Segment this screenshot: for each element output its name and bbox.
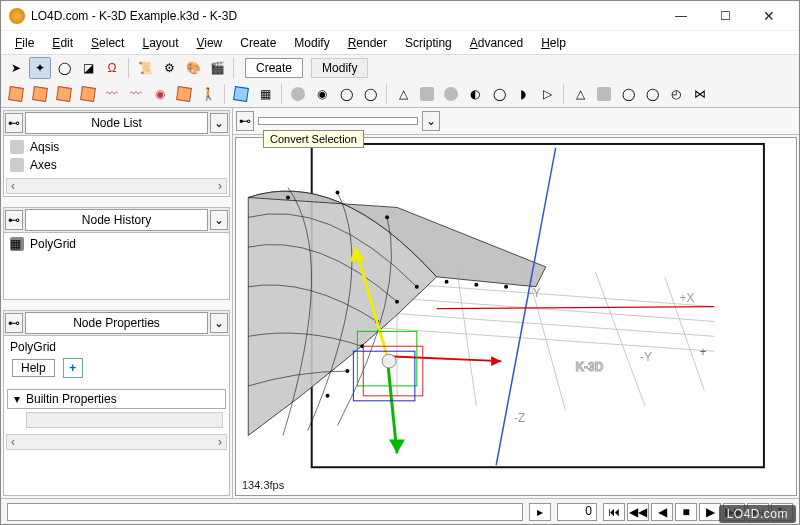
- menu-bar: File Edit Select Layout View Create Modi…: [1, 31, 799, 55]
- status-message: [7, 503, 523, 521]
- svg-text:+: +: [699, 345, 706, 359]
- prim-cube5[interactable]: [173, 83, 195, 105]
- svg-point-18: [326, 394, 330, 398]
- magnet-tool-icon[interactable]: Ω: [101, 57, 123, 79]
- prim-grid[interactable]: ▦: [254, 83, 276, 105]
- section-label: Builtin Properties: [26, 392, 117, 406]
- tab-modify[interactable]: Modify: [311, 58, 368, 78]
- list-item[interactable]: ▦ PolyGrid: [6, 235, 227, 253]
- grid-icon: ▦: [10, 237, 24, 251]
- list-item[interactable]: Aqsis: [6, 138, 227, 156]
- prim-dot[interactable]: ◉: [311, 83, 333, 105]
- prim-ring2[interactable]: ◯: [641, 83, 663, 105]
- cog-icon[interactable]: ⚙: [158, 57, 180, 79]
- stepper-down[interactable]: ▸: [529, 503, 551, 521]
- panel-title-node-list[interactable]: Node List: [25, 112, 208, 134]
- scrollbar-horizontal[interactable]: ‹›: [6, 434, 227, 450]
- animate-icon[interactable]: 🎬: [206, 57, 228, 79]
- minimize-button[interactable]: —: [659, 2, 703, 30]
- rotate-tool-icon[interactable]: ◯: [53, 57, 75, 79]
- prim-cube-b[interactable]: [230, 83, 252, 105]
- prim-cube1[interactable]: [5, 83, 27, 105]
- toolbar-primitives-row: 〰 〰 ◉ 🚶 ▦ ◉ ◯ ◯ △ ◐ ◯ ◗ ▷ △ ◯ ◯ ◴ ⋈: [1, 81, 799, 107]
- play-button[interactable]: ▶: [699, 503, 721, 521]
- menu-advanced[interactable]: Advanced: [462, 34, 531, 52]
- panel-title-node-history[interactable]: Node History: [25, 209, 208, 231]
- render-icon[interactable]: 🎨: [182, 57, 204, 79]
- move-tool-icon[interactable]: ✦: [29, 57, 51, 79]
- menu-create[interactable]: Create: [232, 34, 284, 52]
- prim-cone[interactable]: △: [392, 83, 414, 105]
- menu-view[interactable]: View: [188, 34, 230, 52]
- panel-node-history: ⊷ Node History ⌄ ▦ PolyGrid: [3, 207, 230, 300]
- chevron-down-icon[interactable]: ⌄: [210, 113, 228, 133]
- svg-point-12: [385, 215, 389, 219]
- panel-title-node-props[interactable]: Node Properties: [25, 312, 208, 334]
- help-button[interactable]: Help: [12, 359, 55, 377]
- prim-cylinder[interactable]: [416, 83, 438, 105]
- tab-create[interactable]: Create: [245, 58, 303, 78]
- pointer-tool-icon[interactable]: ➤: [5, 57, 27, 79]
- maximize-button[interactable]: ☐: [703, 2, 747, 30]
- node-list-item-label: Axes: [30, 158, 57, 172]
- menu-render[interactable]: Render: [340, 34, 395, 52]
- pin-icon[interactable]: ⊷: [5, 113, 23, 133]
- prim-cube4[interactable]: [77, 83, 99, 105]
- scrollbar-horizontal[interactable]: ‹›: [6, 178, 227, 194]
- menu-file[interactable]: File: [7, 34, 42, 52]
- prim-play[interactable]: ▷: [536, 83, 558, 105]
- prim-bowtie[interactable]: ⋈: [689, 83, 711, 105]
- list-item[interactable]: Axes: [6, 156, 227, 174]
- viewport-dropdown[interactable]: [258, 117, 418, 125]
- pin-icon[interactable]: ⊷: [5, 210, 23, 230]
- close-button[interactable]: ✕: [747, 2, 791, 30]
- prim-hemi[interactable]: ◗: [512, 83, 534, 105]
- chevron-down-icon[interactable]: ⌄: [210, 313, 228, 333]
- prim-curve2[interactable]: 〰: [125, 83, 147, 105]
- chevron-down-icon[interactable]: ⌄: [422, 111, 440, 131]
- pin-icon[interactable]: ⊷: [5, 313, 23, 333]
- menu-layout[interactable]: Layout: [134, 34, 186, 52]
- node-list-item-label: Aqsis: [30, 140, 59, 154]
- prim-human[interactable]: 🚶: [197, 83, 219, 105]
- node-icon: [10, 140, 24, 154]
- node-history-item-label: PolyGrid: [30, 237, 76, 251]
- prim-cyl2[interactable]: [593, 83, 615, 105]
- scale-tool-icon[interactable]: ◪: [77, 57, 99, 79]
- toolbars: ➤ ✦ ◯ ◪ Ω 📜 ⚙ 🎨 🎬 Create Modify 〰 〰 ◉ 🚶 …: [1, 55, 799, 108]
- prim-curve1[interactable]: 〰: [101, 83, 123, 105]
- prim-torus2[interactable]: ◯: [359, 83, 381, 105]
- add-button[interactable]: +: [63, 358, 83, 378]
- svg-point-31: [382, 354, 396, 368]
- panel-node-list: ⊷ Node List ⌄ Aqsis Axes ‹›: [3, 110, 230, 197]
- chevron-down-icon[interactable]: ⌄: [210, 210, 228, 230]
- property-row: [6, 410, 227, 430]
- content-area: ⊷ Node List ⌄ Aqsis Axes ‹› ⊷ Node Hist: [1, 108, 799, 498]
- prim-para[interactable]: ◐: [464, 83, 486, 105]
- first-frame-button[interactable]: ⏮: [603, 503, 625, 521]
- prim-hyp[interactable]: ◯: [488, 83, 510, 105]
- prim-ring1[interactable]: ◯: [617, 83, 639, 105]
- property-field[interactable]: [26, 412, 223, 428]
- script-icon[interactable]: 📜: [134, 57, 156, 79]
- prim-clock[interactable]: ◴: [665, 83, 687, 105]
- prev-frame-button[interactable]: ◀◀: [627, 503, 649, 521]
- stop-button[interactable]: ■: [675, 503, 697, 521]
- menu-edit[interactable]: Edit: [44, 34, 81, 52]
- menu-scripting[interactable]: Scripting: [397, 34, 460, 52]
- menu-modify[interactable]: Modify: [286, 34, 337, 52]
- prim-cube3[interactable]: [53, 83, 75, 105]
- prim-disk[interactable]: [440, 83, 462, 105]
- pin-icon[interactable]: ⊷: [236, 111, 254, 131]
- prim-cone2[interactable]: △: [569, 83, 591, 105]
- section-builtin-properties[interactable]: ▾ Builtin Properties: [7, 389, 226, 409]
- prim-sphere[interactable]: [287, 83, 309, 105]
- prim-cube2[interactable]: [29, 83, 51, 105]
- viewport-3d[interactable]: +X -Y -Z -Y K-3D + 134.3fps: [235, 137, 797, 496]
- prim-torus1[interactable]: ◯: [335, 83, 357, 105]
- frame-number[interactable]: 0: [557, 503, 597, 521]
- menu-select[interactable]: Select: [83, 34, 132, 52]
- play-reverse-button[interactable]: ◀: [651, 503, 673, 521]
- prim-blob[interactable]: ◉: [149, 83, 171, 105]
- menu-help[interactable]: Help: [533, 34, 574, 52]
